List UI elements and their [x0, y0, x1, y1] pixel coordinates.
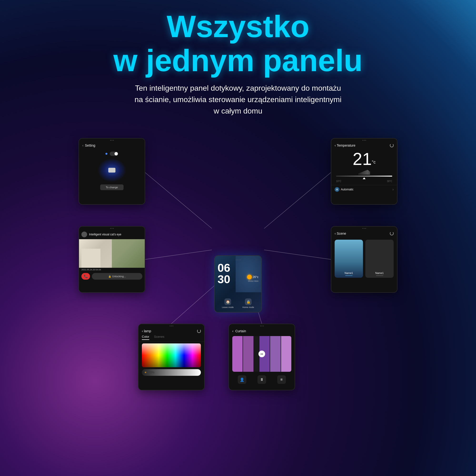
ac-temperature: 21	[353, 150, 372, 169]
light-tabs: Color Scenes	[138, 335, 204, 341]
home-mode-label: Home mode	[242, 306, 254, 308]
doorbell-header: Intelligent visual cat's eye	[79, 230, 145, 239]
ac-mark-lines	[336, 170, 392, 175]
gateway-title: Setting	[85, 143, 95, 147]
stripe1	[232, 336, 242, 372]
doorbell-dots	[79, 227, 145, 230]
leave-mode-icon: 🏠	[224, 298, 231, 305]
brightness-sun-icon: ☀	[144, 371, 147, 374]
gateway-content: To change	[79, 149, 145, 192]
title-line2: w jednym panelu	[113, 43, 362, 78]
curtain-open-btn[interactable]: 👤	[238, 375, 246, 384]
scene2-underline	[376, 275, 383, 276]
curtain-close-btn[interactable]: ≡	[277, 375, 286, 384]
scene-card-1[interactable]: Name1	[335, 240, 363, 278]
ac-range-max: 30°C	[387, 180, 392, 183]
light-panel: ‹ lamp Color Scenes ☀ 70% Light Control	[138, 324, 205, 390]
curtain-panel: ‹ Curtain ⇔ 👤 ⏸ ≡	[228, 324, 295, 390]
gateway-header: ‹ Setting	[79, 142, 145, 149]
curtain-controls: 👤 ⏸ ≡	[229, 373, 295, 386]
unlock-label: Unlocking...	[112, 275, 126, 278]
doorbell-screen: Intelligent visual cat's eye 2021.05.24.…	[79, 227, 145, 292]
header: Wszystko w jednym panelu Ten inteligentn…	[113, 0, 362, 117]
doorbell-unlock-btn[interactable]: 🔓 Unlocking...	[92, 273, 142, 280]
gateway-toggle-row	[105, 152, 118, 156]
weather-temp: 26°c	[253, 275, 258, 279]
color-picker-overlay	[142, 343, 201, 367]
ac-mode-text: Automatic	[341, 188, 354, 191]
doorbell-building	[81, 249, 101, 268]
doorbell-panel: Intelligent visual cat's eye 2021.05.24.…	[79, 226, 145, 293]
doorbell-avatar	[81, 232, 87, 237]
doorbell-timestamp: 2021.05.24.20:54.04	[79, 268, 145, 272]
scene1-name: Name1	[337, 272, 361, 274]
light-dots	[138, 324, 204, 327]
central-time-bottom: 30	[218, 274, 230, 285]
weather-date: 29Jun Mon	[247, 280, 258, 282]
curtain-title: Curtain	[235, 329, 246, 333]
color-picker[interactable]	[142, 343, 201, 367]
svg-line-0	[145, 172, 212, 228]
ac-header-left: ‹ Temperature	[335, 143, 355, 147]
ac-slider[interactable]: 10°C 30°C	[331, 169, 397, 184]
switch-header: ‹ Scene	[331, 230, 397, 237]
ac-mode-circle: A	[335, 187, 340, 192]
curtain-back-arrow: ‹	[232, 329, 234, 333]
svg-line-1	[264, 172, 331, 228]
curtain-pause-btn[interactable]: ⏸	[257, 375, 266, 384]
main-title: Wszystko w jednym panelu	[113, 10, 362, 78]
title-line1: Wszystko	[167, 9, 309, 44]
switch-power-icon[interactable]	[390, 232, 394, 235]
curtain-display: ⇔	[232, 336, 291, 372]
gateway-change-btn[interactable]: To change	[100, 185, 124, 190]
brightness-value: 70%	[149, 371, 154, 374]
ac-title: Temperature	[337, 143, 356, 147]
stripe4	[270, 336, 280, 372]
ac-temp-display: 21°c	[331, 149, 397, 169]
light-tab-scenes[interactable]: Scenes	[154, 335, 164, 340]
gateway-device-icon	[108, 168, 116, 172]
ac-mode-label: A Automatic	[335, 187, 354, 192]
ac-chevron-right: ›	[392, 187, 394, 192]
light-power-icon[interactable]	[197, 329, 201, 333]
gateway-dots	[79, 138, 145, 142]
back-arrow-icon: ‹	[82, 143, 84, 147]
toggle-dot	[105, 153, 107, 155]
doorbell-title: Intelligent visual cat's eye	[89, 233, 121, 236]
stripe5	[281, 336, 291, 372]
gateway-panel: ‹ Setting To change Gateway	[79, 138, 145, 205]
ac-slider-bar	[336, 176, 392, 177]
light-title: lamp	[144, 329, 151, 333]
brightness-bar[interactable]: ☀ 70%	[142, 369, 201, 376]
curtain-center-btn[interactable]: ⇔	[258, 351, 265, 357]
stripe-center: ⇔	[254, 336, 259, 372]
ac-range-min: 10°C	[336, 180, 341, 183]
ac-mode-row[interactable]: A Automatic ›	[331, 185, 397, 194]
central-device: 06 30 26°c 29Jun Mon	[214, 255, 262, 312]
switch-scenes: Name1 Name1	[331, 237, 397, 280]
light-back-arrow: ‹	[142, 329, 143, 333]
ac-back-arrow: ‹	[335, 143, 336, 147]
doorbell-call-btn[interactable]: 📞	[81, 273, 90, 280]
ac-dots	[331, 138, 397, 142]
svg-line-3	[264, 250, 331, 259]
leave-mode-btn[interactable]: 🏠 Leave mode	[222, 298, 234, 308]
ac-header: ‹ Temperature	[331, 142, 397, 149]
subtitle: Ten inteligentny panel dotykowy, zaproje…	[131, 82, 345, 117]
scene2-name: Name1	[367, 272, 392, 274]
switch-screen: ‹ Scene Name1 Name1	[331, 227, 397, 292]
switch-panel: ‹ Scene Name1 Name1 Switch Panel	[331, 226, 397, 293]
light-tab-color[interactable]: Color	[142, 335, 149, 340]
light-screen: ‹ lamp Color Scenes ☀ 70%	[138, 324, 204, 390]
ac-panel: ‹ Temperature 21°c	[331, 138, 397, 205]
ac-power-icon[interactable]	[390, 143, 394, 147]
light-header: ‹ lamp	[138, 327, 204, 335]
home-mode-btn[interactable]: 🔒 Home mode	[242, 298, 254, 308]
gateway-toggle[interactable]	[110, 152, 118, 156]
scene-card-2[interactable]: Name1	[365, 240, 394, 278]
ac-range-labels: 10°C 30°C	[336, 180, 392, 183]
panels-area: 06 30 26°c 29Jun Mon	[71, 126, 405, 447]
doorbell-actions: 📞 🔓 Unlocking...	[79, 272, 145, 281]
doorbell-image	[79, 239, 145, 268]
unlock-icon: 🔓	[108, 275, 111, 278]
